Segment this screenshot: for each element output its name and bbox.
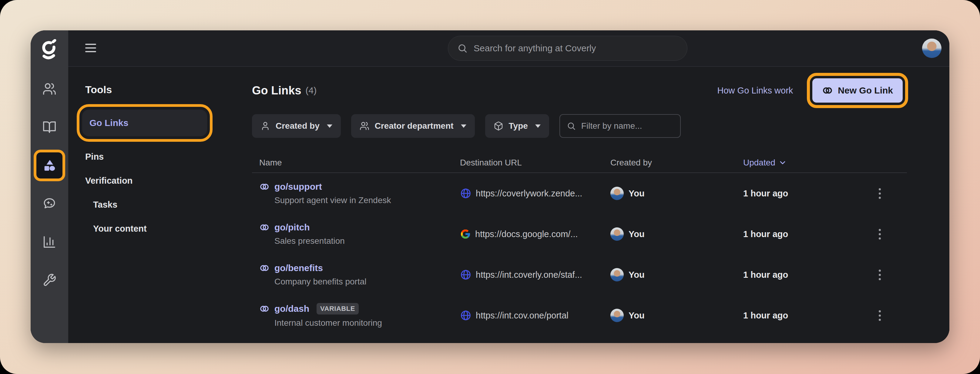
sidebar-item-label: Go Links xyxy=(89,118,128,128)
cube-icon xyxy=(494,121,503,131)
go-link-description: Internal customer monitoring xyxy=(259,318,460,328)
creator-avatar xyxy=(610,268,624,281)
global-search[interactable] xyxy=(448,36,687,61)
table-row: go/benefits Company benefits portal xyxy=(252,254,907,295)
rail-item-tools[interactable] xyxy=(30,146,68,185)
sidebar-item-pins[interactable]: Pins xyxy=(85,145,252,169)
go-link-description: Support agent view in Zendesk xyxy=(259,195,460,205)
name-filter-input[interactable] xyxy=(581,121,673,131)
go-links-main: Go Links (4) How Go Links work New Go Li… xyxy=(252,67,950,343)
destination-url[interactable]: https://int.coverly.one/staf... xyxy=(460,269,610,280)
sidebar-item-verification[interactable]: Verification xyxy=(85,169,252,193)
content-area: Tools Go Links Pins Verification Tasks Y… xyxy=(68,67,950,343)
row-menu-icon[interactable] xyxy=(876,186,883,201)
rail-item-admin[interactable] xyxy=(30,261,68,299)
user-avatar[interactable] xyxy=(922,38,942,58)
table-row: go/dash VARIABLE Internal customer monit… xyxy=(252,295,907,336)
left-rail xyxy=(30,30,68,343)
rail-item-tools-active-tile[interactable] xyxy=(37,152,62,179)
book-icon xyxy=(43,120,56,134)
creator-department-filter[interactable]: Creator department xyxy=(351,114,475,138)
column-header-name: Name xyxy=(259,158,460,168)
go-link-icon xyxy=(259,182,270,192)
rail-item-chat[interactable] xyxy=(30,185,68,223)
how-go-links-work-link[interactable]: How Go Links work xyxy=(718,86,793,96)
variable-badge: VARIABLE xyxy=(317,303,359,315)
tools-heading: Tools xyxy=(85,84,252,96)
destination-url-text: https://int.coverly.one/staf... xyxy=(476,270,582,280)
type-filter[interactable]: Type xyxy=(485,114,549,138)
tools-sidebar: Tools Go Links Pins Verification Tasks Y… xyxy=(68,67,252,343)
url-favicon xyxy=(460,269,471,280)
go-link-name[interactable]: go/pitch xyxy=(274,222,310,233)
right-pane: Tools Go Links Pins Verification Tasks Y… xyxy=(68,30,950,343)
go-link-icon xyxy=(259,263,270,273)
sidebar-item-tasks[interactable]: Tasks xyxy=(85,193,252,217)
go-link-name[interactable]: go/benefits xyxy=(274,263,323,273)
go-links-table: Name Destination URL Created by Updated xyxy=(252,153,907,336)
updated-time: 1 hour ago xyxy=(743,229,843,239)
column-header-updated[interactable]: Updated xyxy=(743,158,843,168)
created-by-filter-label: Created by xyxy=(275,121,320,131)
destination-url[interactable]: https://docs.google.com/... xyxy=(460,229,610,240)
column-header-url: Destination URL xyxy=(460,158,610,168)
go-link-name[interactable]: go/support xyxy=(274,182,322,192)
logo-g-icon xyxy=(40,39,59,61)
search-icon xyxy=(457,43,468,53)
go-link-name[interactable]: go/dash xyxy=(274,304,309,314)
destination-url[interactable]: https://int.cov.one/portal xyxy=(460,310,610,321)
destination-url-text: https://coverlywork.zende... xyxy=(476,189,582,198)
type-filter-label: Type xyxy=(509,121,528,131)
shapes-icon xyxy=(43,158,56,173)
user-icon xyxy=(261,121,270,131)
global-search-input[interactable] xyxy=(473,43,678,54)
creator-department-filter-label: Creator department xyxy=(375,121,453,131)
rail-nav xyxy=(30,70,68,299)
go-link-icon xyxy=(259,222,270,233)
name-filter[interactable] xyxy=(560,114,681,138)
table-row: go/support Support agent view in Zendesk xyxy=(252,173,907,214)
new-go-link-button[interactable]: New Go Link xyxy=(812,78,903,102)
updated-time: 1 hour ago xyxy=(743,270,843,280)
new-go-link-label: New Go Link xyxy=(838,85,893,96)
go-link-icon xyxy=(259,304,270,314)
rail-item-people[interactable] xyxy=(30,70,68,108)
table-row: go/pitch Sales presentation ht xyxy=(252,214,907,254)
creator-name: You xyxy=(628,229,644,239)
rail-item-library[interactable] xyxy=(30,108,68,146)
creator-name: You xyxy=(628,270,644,280)
filter-bar: Created by Creator department xyxy=(252,114,907,138)
chat-sparkle-icon xyxy=(43,197,56,211)
sidebar-item-go-links[interactable]: Go Links xyxy=(82,110,207,136)
destination-url-text: https://docs.google.com/... xyxy=(475,229,578,239)
url-favicon xyxy=(460,188,471,199)
chevron-down-icon xyxy=(327,125,332,128)
menu-icon[interactable] xyxy=(85,44,96,52)
bar-chart-icon xyxy=(43,235,56,249)
go-link-icon xyxy=(822,85,833,96)
users-icon xyxy=(360,121,369,131)
chevron-down-icon xyxy=(461,125,466,128)
row-menu-icon[interactable] xyxy=(876,267,883,283)
chevron-down-icon xyxy=(535,125,541,128)
row-menu-icon[interactable] xyxy=(876,308,883,323)
creator-avatar xyxy=(610,309,624,322)
creator-avatar xyxy=(610,187,624,200)
go-link-description: Sales presentation xyxy=(259,236,460,246)
top-bar xyxy=(68,30,950,67)
go-link-description: Company benefits portal xyxy=(259,277,460,286)
created-by-filter[interactable]: Created by xyxy=(252,114,341,138)
tools-nav: Go Links Pins Verification Tasks Your co… xyxy=(85,110,252,241)
row-menu-icon[interactable] xyxy=(876,227,883,242)
rail-item-analytics[interactable] xyxy=(30,223,68,261)
sidebar-item-your-content[interactable]: Your content xyxy=(85,217,252,241)
updated-sort-label: Updated xyxy=(743,158,775,168)
column-header-created-by: Created by xyxy=(610,158,743,168)
destination-url[interactable]: https://coverlywork.zende... xyxy=(460,188,610,199)
url-favicon xyxy=(460,310,471,321)
url-favicon xyxy=(460,229,471,240)
users-icon xyxy=(43,82,56,96)
page-title: Go Links xyxy=(252,84,301,97)
app-logo[interactable] xyxy=(40,30,59,70)
creator-name: You xyxy=(628,310,644,321)
